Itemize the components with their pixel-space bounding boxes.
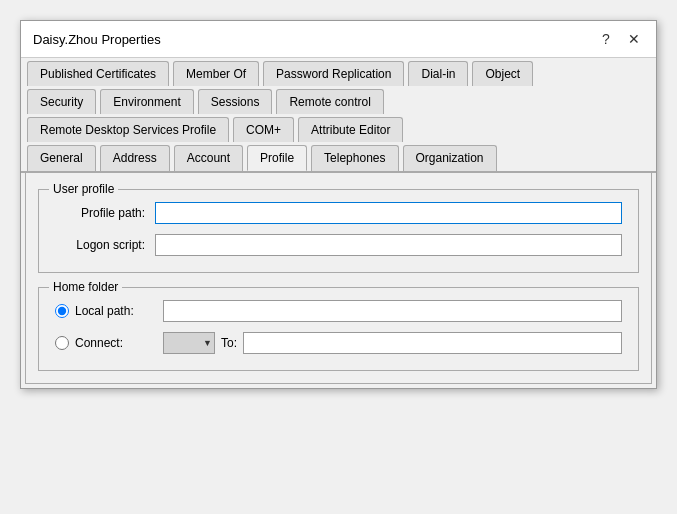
logon-script-label: Logon script:	[55, 238, 155, 252]
connect-dropdown[interactable]	[163, 332, 215, 354]
logon-script-input[interactable]	[155, 234, 622, 256]
tab-general[interactable]: General	[27, 145, 96, 171]
home-folder-section: Home folder Local path: Connect: ▼ To:	[38, 287, 639, 371]
help-button[interactable]: ?	[596, 29, 616, 49]
tab-remote-control[interactable]: Remote control	[276, 89, 383, 114]
title-bar-left: Daisy.Zhou Properties	[33, 32, 161, 47]
tab-environment[interactable]: Environment	[100, 89, 193, 114]
tab-profile[interactable]: Profile	[247, 145, 307, 171]
tab-row-2: Security Environment Sessions Remote con…	[21, 86, 656, 114]
title-bar-controls: ? ✕	[596, 29, 644, 49]
tab-row-1: Published Certificates Member Of Passwor…	[21, 58, 656, 86]
tab-address[interactable]: Address	[100, 145, 170, 171]
user-profile-section: User profile Profile path: Logon script:	[38, 189, 639, 273]
dialog-window: Daisy.Zhou Properties ? ✕ Published Cert…	[20, 20, 657, 389]
dialog-title: Daisy.Zhou Properties	[33, 32, 161, 47]
tab-attribute-editor[interactable]: Attribute Editor	[298, 117, 403, 142]
local-path-radio[interactable]	[55, 304, 69, 318]
tab-com-plus[interactable]: COM+	[233, 117, 294, 142]
tab-security[interactable]: Security	[27, 89, 96, 114]
tab-organization[interactable]: Organization	[403, 145, 497, 171]
to-field-input[interactable]	[243, 332, 622, 354]
tab-dial-in[interactable]: Dial-in	[408, 61, 468, 86]
profile-path-input[interactable]	[155, 202, 622, 224]
connect-dropdown-wrapper: ▼	[163, 332, 215, 354]
connect-radio[interactable]	[55, 336, 69, 350]
tab-password-replication[interactable]: Password Replication	[263, 61, 404, 86]
tab-row-4: General Address Account Profile Telephon…	[21, 142, 656, 173]
to-label: To:	[221, 336, 237, 350]
tab-object[interactable]: Object	[472, 61, 533, 86]
user-profile-label: User profile	[49, 182, 118, 196]
profile-path-row: Profile path:	[55, 202, 622, 224]
connect-row: Connect: ▼ To:	[55, 332, 622, 354]
tab-published-certificates[interactable]: Published Certificates	[27, 61, 169, 86]
logon-script-row: Logon script:	[55, 234, 622, 256]
tab-member-of[interactable]: Member Of	[173, 61, 259, 86]
content-area: User profile Profile path: Logon script:…	[25, 173, 652, 384]
home-folder-label: Home folder	[49, 280, 122, 294]
profile-path-label: Profile path:	[55, 206, 155, 220]
tab-rows-wrapper: Published Certificates Member Of Passwor…	[21, 58, 656, 173]
local-path-input[interactable]	[163, 300, 622, 322]
close-button[interactable]: ✕	[624, 29, 644, 49]
tab-account[interactable]: Account	[174, 145, 243, 171]
connect-label: Connect:	[75, 336, 163, 350]
local-path-row: Local path:	[55, 300, 622, 322]
tab-row-3: Remote Desktop Services Profile COM+ Att…	[21, 114, 656, 142]
tab-telephones[interactable]: Telephones	[311, 145, 398, 171]
tab-remote-desktop[interactable]: Remote Desktop Services Profile	[27, 117, 229, 142]
local-path-label: Local path:	[75, 304, 163, 318]
title-bar: Daisy.Zhou Properties ? ✕	[21, 21, 656, 58]
tab-sessions[interactable]: Sessions	[198, 89, 273, 114]
